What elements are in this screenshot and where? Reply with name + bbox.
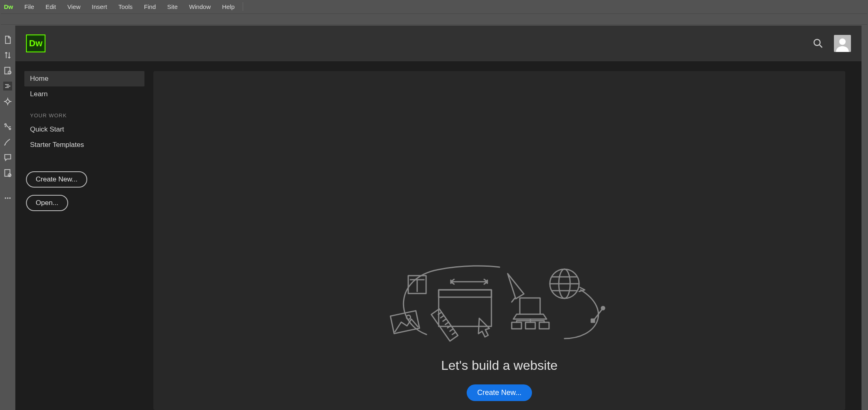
menu-window[interactable]: Window bbox=[183, 0, 216, 13]
welcome-area: Let's build a website Create New... bbox=[153, 61, 862, 410]
menu-find[interactable]: Find bbox=[138, 0, 162, 13]
nav-item-home[interactable]: Home bbox=[24, 71, 144, 86]
svg-point-8 bbox=[9, 197, 11, 199]
nav-item-quick-start[interactable]: Quick Start bbox=[24, 122, 144, 137]
svg-point-6 bbox=[4, 197, 6, 199]
updown-arrows-icon[interactable] bbox=[3, 51, 12, 60]
svg-rect-14 bbox=[431, 309, 458, 341]
menu-site[interactable]: Site bbox=[162, 0, 183, 13]
lines-icon[interactable] bbox=[3, 82, 12, 91]
open-button[interactable]: Open... bbox=[26, 195, 68, 211]
content-header: Dw bbox=[15, 26, 862, 61]
comment-icon[interactable] bbox=[3, 153, 12, 162]
svg-rect-0 bbox=[4, 67, 10, 74]
nav-item-learn[interactable]: Learn bbox=[24, 86, 144, 102]
page-blocked-icon[interactable] bbox=[3, 168, 12, 177]
svg-rect-17 bbox=[526, 322, 535, 329]
dw-logo-small-icon: Dw bbox=[4, 3, 13, 10]
connector-icon[interactable] bbox=[3, 122, 12, 131]
menubar: Dw File Edit View Insert Tools Find Site… bbox=[0, 0, 868, 13]
welcome-illustration-icon bbox=[386, 261, 613, 343]
menu-file[interactable]: File bbox=[19, 0, 40, 13]
document-tabs-bar bbox=[1, 13, 867, 25]
more-icon[interactable] bbox=[3, 194, 12, 203]
svg-point-2 bbox=[4, 124, 6, 125]
document-icon[interactable] bbox=[3, 35, 12, 44]
nav-section-label: YOUR WORK bbox=[24, 112, 144, 119]
welcome-card: Let's build a website Create New... bbox=[153, 71, 845, 410]
content: Dw Home Learn YOUR WORK bbox=[15, 26, 862, 410]
svg-point-3 bbox=[9, 128, 11, 130]
svg-point-10 bbox=[839, 39, 846, 45]
menu-tools[interactable]: Tools bbox=[113, 0, 138, 13]
svg-point-9 bbox=[814, 39, 820, 45]
welcome-create-new-button[interactable]: Create New... bbox=[467, 384, 532, 401]
svg-point-13 bbox=[406, 315, 411, 320]
svg-rect-18 bbox=[512, 322, 521, 329]
dw-logo-icon: Dw bbox=[26, 35, 45, 52]
menu-help[interactable]: Help bbox=[216, 0, 240, 13]
avatar[interactable] bbox=[834, 35, 851, 52]
welcome-title: Let's build a website bbox=[441, 358, 558, 373]
svg-point-7 bbox=[7, 197, 9, 199]
nav-item-starter-templates[interactable]: Starter Templates bbox=[24, 137, 144, 153]
brush-icon[interactable] bbox=[3, 138, 12, 147]
page-settings-icon[interactable] bbox=[3, 66, 12, 75]
create-new-button[interactable]: Create New... bbox=[26, 171, 87, 188]
nav-item-label: Starter Templates bbox=[30, 141, 84, 149]
svg-rect-19 bbox=[539, 322, 549, 329]
menu-divider bbox=[243, 2, 243, 11]
svg-rect-15 bbox=[439, 290, 491, 326]
svg-rect-16 bbox=[439, 290, 491, 297]
tool-rail bbox=[0, 26, 15, 410]
nav-item-label: Quick Start bbox=[30, 125, 64, 134]
menu-insert[interactable]: Insert bbox=[86, 0, 113, 13]
nav-panel: Home Learn YOUR WORK Quick Start Starter… bbox=[15, 61, 153, 410]
search-icon[interactable] bbox=[812, 37, 824, 50]
target-icon[interactable] bbox=[3, 97, 12, 106]
right-scrollbar[interactable] bbox=[862, 26, 868, 410]
menu-view[interactable]: View bbox=[62, 0, 86, 13]
svg-rect-23 bbox=[591, 319, 594, 322]
nav-item-label: Home bbox=[30, 75, 48, 83]
menu-edit[interactable]: Edit bbox=[40, 0, 62, 13]
nav-item-label: Learn bbox=[30, 90, 47, 98]
